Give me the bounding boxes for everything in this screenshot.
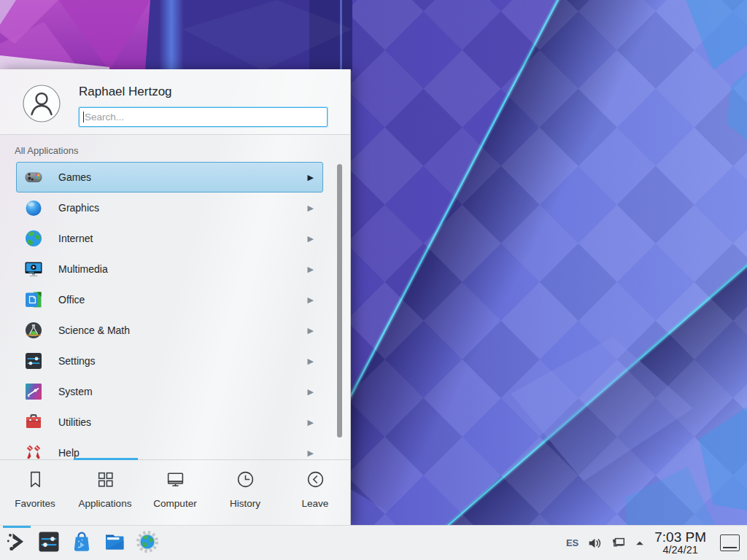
- web-browser-taskbar-button[interactable]: [131, 526, 163, 560]
- submenu-arrow-icon: ▶: [308, 327, 314, 335]
- app-category-label: Help: [58, 447, 80, 459]
- submenu-arrow-icon: ▶: [308, 174, 314, 182]
- help-icon: [24, 443, 43, 459]
- submenu-arrow-icon: ▶: [308, 388, 314, 396]
- submenu-arrow-icon: ▶: [308, 204, 314, 212]
- graphics-icon: [24, 198, 43, 217]
- multimedia-icon: [24, 260, 43, 279]
- app-category-label: Multimedia: [58, 263, 108, 275]
- office-icon: [24, 290, 43, 309]
- tab-history[interactable]: History: [210, 460, 280, 526]
- submenu-arrow-icon: ▶: [308, 235, 314, 243]
- search-placeholder: Search...: [85, 112, 124, 122]
- tab-computer[interactable]: Computer: [140, 460, 210, 526]
- applications-icon: [96, 470, 115, 492]
- discover-icon: [70, 530, 93, 556]
- user-avatar-icon[interactable]: [23, 85, 61, 122]
- app-category-label: Settings: [58, 355, 96, 367]
- tab-label: Applications: [79, 498, 132, 509]
- app-category-office[interactable]: Office▶: [16, 284, 323, 315]
- tab-favorites[interactable]: Favorites: [0, 460, 70, 526]
- app-category-label: Office: [58, 294, 85, 306]
- text-caret: [83, 112, 84, 122]
- file-manager-icon: [103, 530, 126, 556]
- system-settings-taskbar-button[interactable]: [32, 526, 65, 560]
- tab-leave[interactable]: Leave: [280, 460, 350, 526]
- submenu-arrow-icon: ▶: [308, 419, 314, 427]
- tab-label: Favorites: [15, 498, 55, 509]
- file-manager-taskbar-button[interactable]: [98, 526, 131, 560]
- submenu-arrow-icon: ▶: [308, 265, 314, 273]
- active-tab-indicator: [74, 458, 138, 460]
- app-category-label: Science & Math: [58, 324, 130, 336]
- show-desktop-button[interactable]: [720, 534, 740, 551]
- system-tray: ES 7:03 PM 4/24/21: [566, 530, 740, 556]
- app-category-help[interactable]: Help▶: [16, 438, 323, 459]
- app-category-label: System: [58, 386, 93, 397]
- app-category-label: Graphics: [58, 202, 99, 214]
- submenu-arrow-icon: ▶: [308, 296, 314, 304]
- search-input[interactable]: Search...: [79, 107, 328, 127]
- app-category-label: Utilities: [58, 416, 91, 428]
- computer-icon: [166, 470, 185, 492]
- digital-clock[interactable]: 7:03 PM 4/24/21: [654, 530, 706, 556]
- games-icon: [24, 168, 43, 187]
- user-name: Raphael Hertzog: [79, 85, 172, 99]
- utilities-icon: [24, 413, 43, 432]
- app-category-multimedia[interactable]: Multimedia▶: [16, 254, 323, 284]
- tab-label: History: [230, 498, 260, 509]
- system-settings-icon: [37, 530, 61, 556]
- science-icon: [24, 321, 43, 340]
- web-browser-icon: [136, 530, 159, 556]
- system-icon: [24, 382, 43, 401]
- submenu-arrow-icon: ▶: [308, 449, 314, 457]
- app-category-science-math[interactable]: Science & Math▶: [16, 315, 323, 346]
- taskbar: ES 7:03 PM 4/24/21: [0, 525, 747, 560]
- settings-icon: [24, 351, 43, 370]
- discover-taskbar-button[interactable]: [65, 526, 98, 560]
- application-launcher-menu: Raphael Hertzog Search... All Applicatio…: [0, 69, 351, 525]
- app-launcher-button[interactable]: [0, 526, 32, 560]
- app-category-games[interactable]: Games▶: [16, 162, 323, 192]
- history-icon: [236, 470, 255, 492]
- app-category-list: Games▶Graphics▶Internet▶Multimedia▶Offic…: [0, 159, 350, 459]
- expand-tray-icon[interactable]: [635, 538, 645, 548]
- volume-icon[interactable]: [587, 535, 603, 551]
- app-category-utilities[interactable]: Utilities▶: [16, 407, 323, 438]
- app-category-internet[interactable]: Internet▶: [16, 223, 323, 254]
- clock-date: 4/24/21: [662, 545, 697, 556]
- launcher-header: Raphael Hertzog Search...: [0, 69, 350, 135]
- keyboard-layout-indicator[interactable]: ES: [566, 537, 578, 548]
- internet-icon: [24, 229, 43, 248]
- launcher-footer-tabs: FavoritesApplicationsComputerHistoryLeav…: [0, 459, 350, 526]
- desktop: Raphael Hertzog Search... All Applicatio…: [0, 0, 747, 560]
- tab-label: Leave: [302, 498, 329, 509]
- app-category-label: Games: [58, 171, 91, 183]
- app-category-settings[interactable]: Settings▶: [16, 346, 323, 376]
- section-label: All Applications: [0, 135, 350, 159]
- app-launcher-icon: [4, 530, 28, 556]
- leave-icon: [306, 470, 325, 492]
- tab-applications[interactable]: Applications: [70, 460, 140, 526]
- favorites-icon: [26, 470, 45, 492]
- app-category-label: Internet: [58, 233, 93, 244]
- clock-time: 7:03 PM: [654, 530, 706, 545]
- tab-label: Computer: [153, 498, 196, 509]
- submenu-arrow-icon: ▶: [308, 357, 314, 365]
- app-category-graphics[interactable]: Graphics▶: [16, 192, 323, 223]
- app-category-system[interactable]: System▶: [16, 376, 323, 407]
- network-icon[interactable]: [611, 535, 627, 551]
- scrollbar[interactable]: [337, 164, 342, 438]
